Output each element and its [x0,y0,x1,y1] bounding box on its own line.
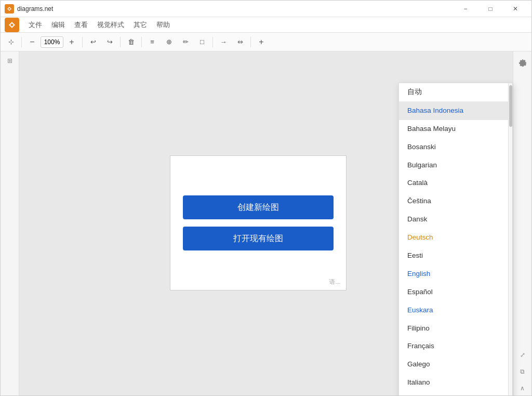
lang-item-francais[interactable]: Français [399,337,512,355]
lang-item-bulgarian[interactable]: Bulgarian [399,156,512,175]
menu-visual[interactable]: 视觉样式 [93,19,128,31]
lang-item-dansk[interactable]: Dansk [399,210,512,229]
lang-item-italiano[interactable]: Italiano [399,374,512,392]
menu-file[interactable]: 文件 [24,19,46,31]
create-new-btn[interactable]: 创建新绘图 [183,195,334,219]
lang-item-eesti[interactable]: Eesti [399,247,512,265]
sep4 [141,37,142,47]
undo-btn[interactable]: ↩ [86,35,100,49]
fullscreen-icon[interactable]: ⤢ [515,348,530,362]
lang-item-english[interactable]: English [399,265,512,283]
menu-view[interactable]: 查看 [70,19,92,31]
lang-item-auto[interactable]: 自动 [399,83,512,102]
sep2 [82,37,83,47]
lang-item-magyar[interactable]: Magyar [399,392,512,395]
canvas-paper: 创建新绘图 打开现有绘图 语… [170,155,347,291]
shape-btn[interactable]: □ [195,35,209,49]
sep5 [212,37,213,47]
sep6 [250,37,251,47]
collapse-icon[interactable]: ∧ [515,381,530,395]
lang-item-euskara[interactable]: Euskara [399,301,512,320]
lang-item-cestina[interactable]: Čeština [399,192,512,210]
maximize-button[interactable]: □ [478,1,502,17]
lang-item-galego[interactable]: Galego [399,355,512,374]
lang-item-deutsch[interactable]: Deutsch [399,229,512,247]
app-icon-box [5,18,19,32]
canvas-small-text: 语… [329,278,341,286]
lang-item-bosanski[interactable]: Bosanski [399,138,512,156]
lang-item-bahasa-melayu[interactable]: Bahasa Melayu [399,120,512,138]
insert-btn[interactable]: ⊕ [162,35,176,49]
gear-icon[interactable] [515,56,530,70]
close-button[interactable]: ✕ [503,1,527,17]
zoom-out-btn[interactable]: − [25,35,39,49]
toolbar-select[interactable]: ⊹ [4,35,18,49]
toolbar: ⊹ − + ↩ ↪ 🗑 ≡ ⊕ ✏ □ → ⇔ + [1,33,531,51]
menu-edit[interactable]: 编辑 [47,19,69,31]
lang-item-espanol[interactable]: Español [399,283,512,301]
zoom-in-btn[interactable]: + [64,35,79,49]
left-sidebar: ⊞ [1,51,19,395]
app-logo [5,4,14,14]
arrow-btn[interactable]: → [216,35,231,49]
sep1 [21,37,22,47]
lang-item-filipino[interactable]: Filipino [399,320,512,338]
title-bar: diagrams.net − □ ✕ [1,1,531,17]
panel-icon[interactable]: ⧉ [515,364,530,379]
lang-item-catala[interactable]: Català [399,174,512,192]
sidebar-search-btn[interactable]: ⊞ [3,54,17,68]
language-dropdown: 自动Bahasa IndonesiaBahasa MelayuBosanskiB… [398,83,513,395]
lang-item-bahasa-indonesia[interactable]: Bahasa Indonesia [399,102,512,120]
sep3 [120,37,121,47]
menu-other[interactable]: 其它 [129,19,151,31]
add-btn[interactable]: + [254,35,269,49]
zoom-controls: − + [25,35,79,49]
window-controls: − □ ✕ [454,1,527,17]
zoom-input[interactable] [41,36,63,48]
open-existing-btn[interactable]: 打开现有绘图 [183,227,334,250]
app-title: diagrams.net [17,5,454,12]
menu-bar: 文件 编辑 查看 视觉样式 其它 帮助 [1,17,531,33]
format-btn[interactable]: ≡ [145,35,159,49]
redo-btn[interactable]: ↪ [102,35,117,49]
align-btn[interactable]: ⇔ [233,35,247,49]
delete-btn[interactable]: 🗑 [124,35,138,49]
app-menu-logo [3,16,21,34]
main-area: ⊞ 创建新绘图 打开现有绘图 语… ⤢ ⧉ ∧ [1,51,531,395]
minimize-button[interactable]: − [454,1,477,17]
pencil-btn[interactable]: ✏ [178,35,193,49]
right-panel: ⤢ ⧉ ∧ [513,51,531,395]
app-window: diagrams.net − □ ✕ 文件 编辑 查看 视觉样式 其它 帮助 ⊹… [0,0,532,396]
menu-help[interactable]: 帮助 [152,19,174,31]
